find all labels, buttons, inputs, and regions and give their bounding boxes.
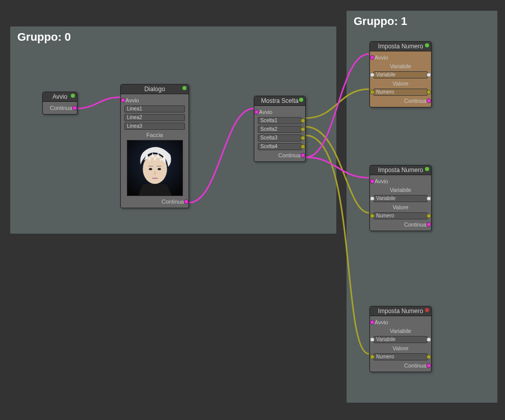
imposta1-avvio-label: Avvio <box>373 54 429 61</box>
status-dot-icon <box>299 98 303 102</box>
face-image[interactable] <box>127 140 183 196</box>
imposta2-continue-label: Continua <box>373 221 429 228</box>
node-dialogo-title: Dialogo <box>144 86 165 93</box>
port-imposta3-num-out[interactable] <box>427 354 431 359</box>
dialogo-continue-label: Continua <box>123 199 186 205</box>
mostrascelta-continue-label: Continua <box>257 152 303 158</box>
port-imposta1-var-in[interactable] <box>370 72 375 77</box>
group-1-title: Gruppo: 1 <box>347 11 497 28</box>
node-imposta-3[interactable]: Imposta Numero Avvio Variabile Variabile… <box>369 306 432 372</box>
dialogo-avvio-label: Avvio <box>123 97 186 103</box>
svg-point-2 <box>149 168 152 170</box>
port-imposta1-avvio[interactable] <box>370 55 375 60</box>
imposta2-variabile-field[interactable]: Variabile <box>374 195 428 202</box>
node-mostrascelta-title: Mostra Scelta <box>261 97 298 104</box>
status-dot-icon <box>425 308 429 312</box>
port-imposta3-avvio[interactable] <box>370 320 375 324</box>
node-avvio-header[interactable]: Avvio <box>43 92 77 102</box>
node-imposta-2-header[interactable]: Imposta Numero <box>370 165 431 175</box>
port-imposta1-num-out[interactable] <box>427 90 431 94</box>
port-mostrascelta-s2[interactable] <box>301 127 305 131</box>
imposta1-variabile-field[interactable]: Variabile <box>374 71 428 78</box>
port-imposta2-avvio[interactable] <box>370 179 375 183</box>
port-dialogo-continue[interactable] <box>184 199 189 204</box>
group-0-title: Gruppo: 0 <box>10 26 336 44</box>
port-imposta3-var-in[interactable] <box>370 337 375 342</box>
dialogo-line3-field[interactable]: Linea3 <box>124 123 185 130</box>
imposta3-valore-label: Valore <box>373 345 429 351</box>
mostrascelta-s4-field[interactable]: Scelta4 <box>258 143 302 150</box>
svg-rect-6 <box>152 178 157 179</box>
port-imposta2-num-in[interactable] <box>370 213 375 218</box>
status-dot-icon <box>71 94 75 98</box>
svg-rect-5 <box>156 166 162 167</box>
mostrascelta-s3-field[interactable]: Scelta3 <box>258 134 302 142</box>
imposta1-valore-label: Valore <box>373 80 429 87</box>
node-avvio[interactable]: Avvio Continua <box>42 92 77 115</box>
node-imposta-3-title: Imposta Numero <box>378 307 423 315</box>
node-mostrascelta-header[interactable]: Mostra Scelta <box>254 96 305 106</box>
imposta3-variabile-label: Variabile <box>373 328 429 334</box>
imposta2-variabile-label: Variabile <box>373 187 429 193</box>
imposta3-avvio-label: Avvio <box>373 319 429 325</box>
port-imposta3-continue[interactable] <box>427 363 431 368</box>
port-mostrascelta-s4[interactable] <box>301 144 305 149</box>
imposta1-numero-field[interactable]: Numero <box>374 89 428 96</box>
port-imposta2-continue[interactable] <box>427 222 431 227</box>
status-dot-icon <box>425 43 429 47</box>
port-imposta2-num-out[interactable] <box>427 213 431 218</box>
node-imposta-1-header[interactable]: Imposta Numero <box>370 42 431 51</box>
node-imposta-2[interactable]: Imposta Numero Avvio Variabile Variabile… <box>369 165 432 231</box>
port-imposta1-var-out[interactable] <box>427 72 431 77</box>
status-dot-icon <box>425 167 429 171</box>
port-imposta2-var-out[interactable] <box>427 196 431 201</box>
node-imposta-2-title: Imposta Numero <box>378 166 423 174</box>
port-mostrascelta-continue[interactable] <box>301 153 305 157</box>
port-imposta3-num-in[interactable] <box>370 354 375 359</box>
dialogo-faccia-label: Faccia <box>123 132 186 138</box>
imposta1-variabile-label: Variabile <box>373 63 429 69</box>
port-imposta2-var-in[interactable] <box>370 196 375 201</box>
dialogo-line1-field[interactable]: Linea1 <box>124 105 185 113</box>
node-imposta-1[interactable]: Imposta Numero Avvio Variabile Variabile… <box>369 41 432 107</box>
port-dialogo-avvio[interactable] <box>121 98 125 102</box>
port-imposta1-continue[interactable] <box>427 98 431 103</box>
port-imposta1-num-in[interactable] <box>370 90 375 94</box>
node-mostrascelta[interactable]: Mostra Scelta Avvio Scelta1 Scelta2 Scel… <box>254 96 306 162</box>
mostrascelta-s1-field[interactable]: Scelta1 <box>258 117 302 124</box>
svg-rect-4 <box>148 166 153 167</box>
imposta2-valore-label: Valore <box>373 204 429 210</box>
port-mostrascelta-s1[interactable] <box>301 118 305 123</box>
imposta1-continue-label: Continua <box>373 98 429 104</box>
imposta3-continue-label: Continua <box>373 362 429 369</box>
avvio-continue-label: Continua <box>45 105 74 111</box>
svg-point-3 <box>157 168 161 170</box>
node-imposta-3-header[interactable]: Imposta Numero <box>370 306 431 316</box>
port-imposta3-var-out[interactable] <box>427 337 431 342</box>
imposta2-avvio-label: Avvio <box>373 178 429 184</box>
node-dialogo-header[interactable]: Dialogo <box>121 85 189 94</box>
node-avvio-title: Avvio <box>52 93 67 100</box>
port-mostrascelta-s3[interactable] <box>301 135 305 140</box>
imposta3-numero-field[interactable]: Numero <box>374 353 428 360</box>
mostrascelta-s2-field[interactable]: Scelta2 <box>258 126 302 133</box>
dialogo-line2-field[interactable]: Linea2 <box>124 114 185 121</box>
node-imposta-1-title: Imposta Numero <box>378 43 423 50</box>
port-avvio-continue[interactable] <box>72 105 77 110</box>
mostrascelta-avvio-label: Avvio <box>257 109 303 115</box>
imposta2-numero-field[interactable]: Numero <box>374 212 428 219</box>
node-dialogo[interactable]: Dialogo Avvio Linea1 Linea2 Linea3 Facci… <box>120 84 189 208</box>
status-dot-icon <box>182 86 187 90</box>
port-mostrascelta-avvio[interactable] <box>254 109 259 114</box>
imposta3-variabile-field[interactable]: Variabile <box>374 336 428 343</box>
